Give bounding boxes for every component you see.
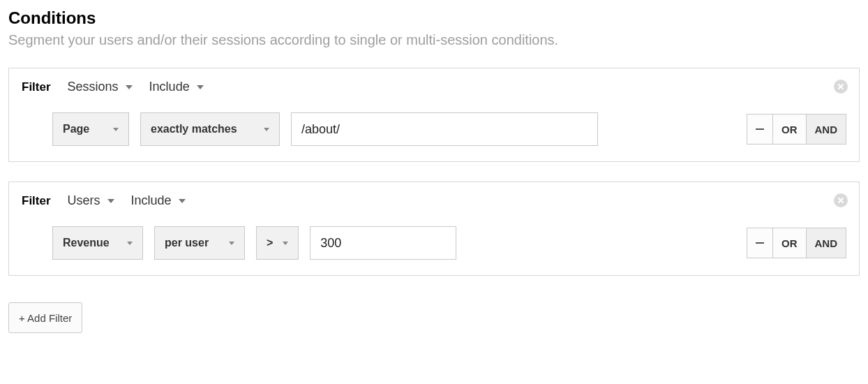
mode-value: Include	[149, 80, 190, 94]
value-input[interactable]	[291, 112, 598, 146]
chevron-down-icon	[127, 242, 133, 245]
filter-card: Filter Users Include Revenue per user > …	[8, 182, 860, 276]
page-subtitle: Segment your users and/or their sessions…	[8, 32, 860, 48]
per-value: per user	[165, 237, 209, 249]
add-filter-button[interactable]: + Add Filter	[8, 302, 82, 333]
rule-row: Page exactly matches OR AND	[22, 112, 846, 146]
chevron-down-icon	[264, 128, 269, 131]
dimension-dropdown[interactable]: Page	[52, 112, 129, 146]
scope-value: Sessions	[68, 80, 119, 94]
match-dropdown[interactable]: exactly matches	[140, 112, 280, 146]
per-dropdown[interactable]: per user	[154, 226, 245, 260]
mode-dropdown[interactable]: Include	[131, 193, 186, 208]
dimension-value: Revenue	[63, 237, 110, 249]
chevron-down-icon	[197, 85, 204, 89]
mode-dropdown[interactable]: Include	[149, 80, 204, 94]
chevron-down-icon	[107, 199, 114, 203]
minus-icon	[756, 128, 764, 130]
scope-value: Users	[68, 193, 100, 208]
page-title: Conditions	[8, 8, 860, 28]
filter-header: Filter Users Include	[22, 193, 846, 208]
filter-card: Filter Sessions Include Page exactly mat…	[8, 68, 860, 162]
rule-button-group: OR AND	[747, 114, 846, 145]
remove-rule-button[interactable]	[747, 114, 773, 145]
dimension-value: Page	[63, 123, 89, 135]
or-button[interactable]: OR	[773, 228, 807, 258]
mode-value: Include	[131, 193, 172, 208]
operator-value: >	[267, 237, 273, 249]
rule-button-group: OR AND	[747, 228, 846, 258]
scope-dropdown[interactable]: Sessions	[68, 80, 133, 94]
match-value: exactly matches	[151, 123, 237, 135]
chevron-down-icon	[179, 199, 186, 203]
operator-dropdown[interactable]: >	[256, 226, 299, 260]
filter-header: Filter Sessions Include	[22, 80, 846, 94]
scope-dropdown[interactable]: Users	[68, 193, 114, 208]
filter-label: Filter	[22, 194, 51, 208]
and-button[interactable]: AND	[807, 114, 847, 145]
filter-label: Filter	[22, 80, 51, 94]
chevron-down-icon	[113, 128, 119, 131]
remove-rule-button[interactable]	[747, 228, 773, 258]
chevron-down-icon	[283, 242, 288, 245]
dimension-dropdown[interactable]: Revenue	[52, 226, 143, 260]
chevron-down-icon	[126, 85, 133, 89]
chevron-down-icon	[229, 242, 234, 245]
value-input[interactable]	[310, 226, 456, 260]
close-icon[interactable]	[834, 193, 848, 207]
and-button[interactable]: AND	[807, 228, 847, 258]
minus-icon	[756, 242, 764, 244]
close-icon[interactable]	[834, 80, 848, 94]
rule-row: Revenue per user > OR AND	[22, 226, 846, 260]
or-button[interactable]: OR	[773, 114, 807, 145]
